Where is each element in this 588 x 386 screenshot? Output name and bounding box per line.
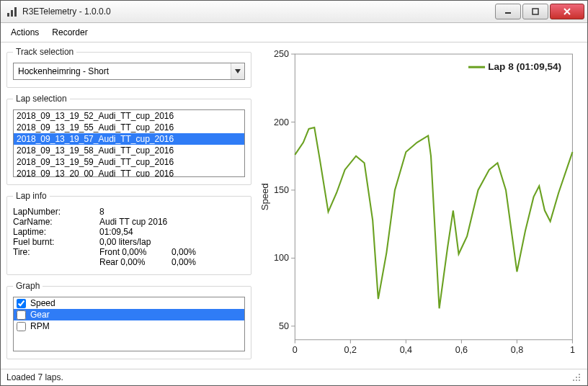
chart-panel: 5010015020025000,20,40,60,81SpeedLap 8 (…	[257, 47, 582, 366]
svg-rect-0	[7, 13, 9, 17]
track-combo[interactable]	[13, 63, 245, 80]
svg-text:0,2: 0,2	[344, 345, 357, 355]
series-item[interactable]: Gear	[14, 309, 244, 320]
client-area: Track selection Lap selection 2018_09_13…	[1, 42, 587, 369]
svg-text:50: 50	[279, 321, 289, 331]
app-window: R3ETelemetry - 1.0.0.0 Actions Recorder …	[0, 0, 588, 386]
svg-point-36	[579, 377, 580, 378]
series-label: RPM	[30, 321, 50, 331]
window-controls	[495, 4, 584, 19]
series-checkbox[interactable]	[17, 299, 26, 308]
window-title: R3ETelemetry - 1.0.0.0	[22, 6, 495, 17]
left-panel: Track selection Lap selection 2018_09_13…	[6, 47, 251, 366]
svg-text:100: 100	[274, 253, 289, 264]
svg-rect-2	[14, 7, 17, 17]
tire-rear-pct: 0,00%	[172, 257, 222, 267]
fuel-value: 0,00 liters/lap	[99, 237, 172, 247]
svg-text:200: 200	[274, 117, 289, 127]
lapnumber-value: 8	[99, 207, 172, 217]
laptime-label: Laptime:	[13, 227, 99, 237]
menubar: Actions Recorder	[1, 23, 587, 42]
graph-series-listbox[interactable]: SpeedGearRPM	[13, 297, 245, 351]
carname-value: Audi TT cup 2016	[99, 217, 222, 227]
graph-group: Graph SpeedGearRPM	[6, 281, 251, 359]
carname-label: CarName:	[13, 217, 99, 227]
svg-text:Lap 8 (01:09,54): Lap 8 (01:09,54)	[488, 61, 561, 72]
svg-point-37	[573, 380, 574, 381]
lap-item[interactable]: 2018_09_13_19_58_Audi_TT_cup_2016	[14, 145, 244, 156]
track-selection-group: Track selection	[6, 47, 251, 88]
lap-selection-group: Lap selection 2018_09_13_19_52_Audi_TT_c…	[6, 94, 251, 185]
series-item[interactable]: RPM	[14, 320, 244, 332]
laptime-value: 01:09,54	[99, 227, 172, 237]
lap-item[interactable]: 2018_09_13_19_52_Audi_TT_cup_2016	[14, 110, 244, 122]
lap-listbox[interactable]: 2018_09_13_19_52_Audi_TT_cup_20162018_09…	[13, 109, 245, 177]
svg-text:0,8: 0,8	[511, 345, 524, 355]
lap-info-grid: LapNumber: 8 CarName: Audi TT cup 2016 L…	[13, 207, 245, 267]
tire-rear-value: Rear 0,00%	[99, 257, 172, 267]
lap-info-group: Lap info LapNumber: 8 CarName: Audi TT c…	[6, 191, 251, 275]
svg-text:150: 150	[274, 185, 289, 195]
series-label: Speed	[30, 298, 55, 308]
chevron-down-icon[interactable]	[231, 63, 244, 79]
app-icon	[6, 6, 18, 17]
lapnumber-label: LapNumber:	[13, 207, 99, 217]
menu-recorder[interactable]: Recorder	[52, 27, 87, 37]
series-item[interactable]: Speed	[14, 297, 244, 309]
resize-grip-icon[interactable]	[571, 372, 582, 382]
minimize-button[interactable]	[495, 4, 521, 19]
fuel-label: Fuel burnt:	[13, 237, 99, 247]
maximize-button[interactable]	[522, 4, 548, 19]
series-label: Gear	[30, 310, 50, 320]
svg-point-38	[576, 380, 577, 381]
svg-text:1: 1	[570, 345, 575, 355]
svg-marker-7	[235, 69, 241, 73]
tire-front-value: Front 0,00%	[99, 247, 172, 257]
lap-selection-legend: Lap selection	[13, 94, 70, 104]
svg-point-34	[579, 374, 580, 375]
svg-text:0,6: 0,6	[455, 345, 468, 355]
svg-text:Speed: Speed	[259, 184, 270, 211]
svg-text:250: 250	[274, 49, 289, 59]
tire-label: Tire:	[13, 247, 99, 257]
lap-item[interactable]: 2018_09_13_19_57_Audi_TT_cup_2016	[14, 133, 244, 145]
svg-point-39	[579, 380, 580, 381]
close-button[interactable]	[550, 4, 584, 19]
lap-info-legend: Lap info	[13, 191, 50, 201]
status-text: Loaded 7 laps.	[6, 372, 63, 382]
series-checkbox[interactable]	[17, 310, 26, 320]
lap-item[interactable]: 2018_09_13_19_59_Audi_TT_cup_2016	[14, 156, 244, 168]
svg-text:0: 0	[293, 345, 298, 355]
svg-rect-4	[533, 9, 538, 14]
svg-rect-1	[11, 10, 13, 17]
speed-chart[interactable]: 5010015020025000,20,40,60,81SpeedLap 8 (…	[257, 47, 582, 366]
lap-item[interactable]: 2018_09_13_19_55_Audi_TT_cup_2016	[14, 122, 244, 133]
statusbar: Loaded 7 laps.	[1, 369, 587, 385]
series-checkbox[interactable]	[17, 322, 26, 331]
track-input[interactable]	[14, 63, 231, 79]
graph-legend: Graph	[13, 281, 43, 291]
tire-front-pct: 0,00%	[172, 247, 222, 257]
lap-item[interactable]: 2018_09_13_20_00_Audi_TT_cup_2016	[14, 168, 244, 177]
titlebar: R3ETelemetry - 1.0.0.0	[1, 1, 587, 23]
track-selection-legend: Track selection	[13, 47, 76, 57]
menu-actions[interactable]: Actions	[11, 27, 39, 37]
svg-point-35	[576, 377, 577, 378]
svg-text:0,4: 0,4	[400, 345, 413, 355]
